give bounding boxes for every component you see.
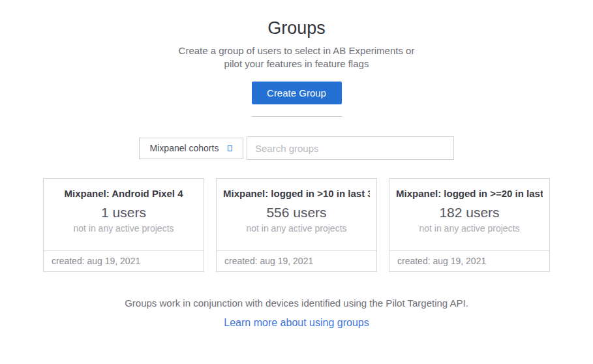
group-card-title: Mixpanel: logged in >10 in last 30 ...	[223, 187, 370, 200]
group-card[interactable]: Mixpanel: logged in >10 in last 30 ... 5…	[216, 178, 377, 272]
group-card-created-date: created: aug 19, 2021	[44, 250, 204, 271]
cohort-dropdown-label: Mixpanel cohorts	[150, 143, 219, 153]
group-card-user-count: 182 users	[396, 204, 543, 221]
cohort-source-dropdown[interactable]: Mixpanel cohorts	[139, 138, 243, 159]
group-card-project-note: not in any active projects	[396, 222, 543, 234]
page-subtitle-line1: Create a group of users to select in AB …	[0, 44, 593, 57]
dropdown-indicator-icon	[228, 145, 232, 151]
group-card-user-count: 556 users	[223, 204, 370, 221]
group-card[interactable]: Mixpanel: logged in >=20 in last 30... 1…	[389, 178, 550, 272]
group-card-project-note: not in any active projects	[50, 222, 197, 234]
learn-more-link[interactable]: Learn more about using groups	[224, 317, 369, 328]
create-group-button[interactable]: Create Group	[252, 82, 342, 104]
header-divider	[252, 116, 342, 117]
footer-link-row: Learn more about using groups	[0, 317, 593, 329]
group-card-body: Mixpanel: logged in >10 in last 30 ... 5…	[217, 179, 376, 250]
filters-row: Mixpanel cohorts	[0, 136, 593, 160]
group-card-user-count: 1 users	[50, 204, 197, 221]
group-cards-row: Mixpanel: Android Pixel 4 1 users not in…	[0, 178, 593, 272]
group-card-title: Mixpanel: logged in >=20 in last 30...	[396, 187, 543, 200]
group-card-body: Mixpanel: logged in >=20 in last 30... 1…	[389, 179, 549, 250]
page-subtitle-line2: pilot your features in feature flags	[0, 57, 593, 70]
group-card-body: Mixpanel: Android Pixel 4 1 users not in…	[44, 179, 204, 250]
group-card-project-note: not in any active projects	[223, 222, 370, 234]
page-title: Groups	[0, 17, 593, 39]
cta-row: Create Group	[0, 82, 593, 104]
groups-page: Groups Create a group of users to select…	[0, 0, 593, 329]
group-card-created-date: created: aug 19, 2021	[389, 250, 549, 271]
page-subtitle: Create a group of users to select in AB …	[0, 44, 593, 70]
search-groups-input[interactable]	[247, 136, 454, 160]
group-card-created-date: created: aug 19, 2021	[217, 250, 376, 271]
group-card-title: Mixpanel: Android Pixel 4	[50, 187, 197, 200]
group-card[interactable]: Mixpanel: Android Pixel 4 1 users not in…	[43, 178, 204, 272]
footer-info-text: Groups work in conjunction with devices …	[0, 297, 593, 310]
